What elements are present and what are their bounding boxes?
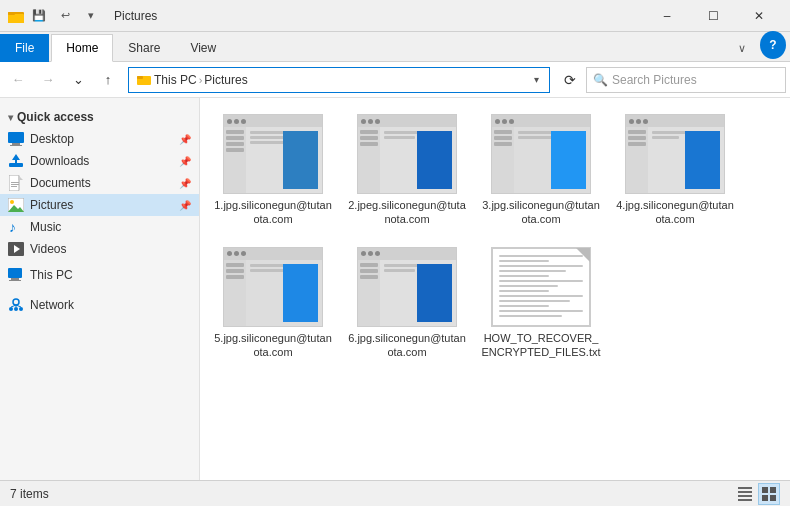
svg-rect-24 [9, 280, 21, 281]
file-thumbnail [491, 247, 591, 327]
title-bar-left: 💾 ↩ ▾ Pictures [8, 5, 644, 27]
svg-rect-2 [8, 12, 15, 15]
music-icon: ♪ [8, 219, 24, 235]
address-path[interactable]: This PC › Pictures ▾ [128, 67, 550, 93]
list-item[interactable]: 3.jpg.siliconegun@tutanota.com [476, 106, 606, 235]
file-thumbnail [357, 247, 457, 327]
list-view-button[interactable] [734, 483, 756, 505]
back-button[interactable]: ← [4, 66, 32, 94]
address-bar: ← → ⌄ ↑ This PC › Pictures ▾ ⟳ 🔍 Search … [0, 62, 790, 98]
file-area: 1.jpg.siliconegun@tutanota.com [200, 98, 790, 480]
help-button[interactable]: ? [760, 31, 786, 59]
svg-rect-39 [762, 495, 768, 501]
svg-rect-5 [8, 132, 24, 143]
sidebar-this-pc-label: This PC [30, 268, 73, 282]
tab-view[interactable]: View [175, 34, 231, 62]
list-item[interactable]: 5.jpg.siliconegun@tutanota.com [208, 239, 338, 368]
title-bar-controls: – ☐ ✕ [644, 0, 782, 32]
sidebar-desktop-label: Desktop [30, 132, 74, 146]
svg-rect-1 [8, 14, 24, 23]
path-dropdown-chevron[interactable]: ▾ [534, 74, 539, 85]
path-pictures: Pictures [204, 73, 247, 87]
tab-file[interactable]: File [0, 34, 49, 62]
large-icons-view-button[interactable] [758, 483, 780, 505]
maximize-button[interactable]: ☐ [690, 0, 736, 32]
svg-point-29 [14, 307, 18, 311]
quick-access-toolbar-dropdown[interactable]: ▾ [80, 5, 102, 27]
search-placeholder: Search Pictures [612, 73, 697, 87]
close-button[interactable]: ✕ [736, 0, 782, 32]
quick-access-label: Quick access [17, 110, 94, 124]
pin-icon-pictures: 📌 [179, 200, 191, 211]
sidebar: ▾ Quick access Desktop 📌 Downloads [0, 98, 200, 480]
pin-icon-desktop: 📌 [179, 134, 191, 145]
sidebar-item-videos[interactable]: Videos [0, 238, 199, 260]
main-area: ▾ Quick access Desktop 📌 Downloads [0, 98, 790, 480]
folder-icon [8, 8, 24, 24]
file-name: 5.jpg.siliconegun@tutanota.com [213, 331, 333, 360]
svg-rect-33 [738, 487, 752, 489]
sidebar-item-this-pc[interactable]: This PC [0, 264, 199, 286]
file-thumbnail [223, 247, 323, 327]
minimize-button[interactable]: – [644, 0, 690, 32]
svg-text:♪: ♪ [9, 219, 16, 235]
list-item[interactable]: HOW_TO_RECOVER_ENCRYPTED_FILES.txt [476, 239, 606, 368]
status-bar: 7 items [0, 480, 790, 506]
item-count: 7 items [10, 487, 49, 501]
pictures-icon [8, 197, 24, 213]
svg-point-28 [19, 307, 23, 311]
sidebar-videos-label: Videos [30, 242, 66, 256]
file-thumbnail [223, 114, 323, 194]
search-box[interactable]: 🔍 Search Pictures [586, 67, 786, 93]
path-folder-icon [137, 73, 154, 87]
sidebar-documents-label: Documents [30, 176, 91, 190]
svg-rect-14 [11, 184, 19, 185]
pin-icon-documents: 📌 [179, 178, 191, 189]
list-item[interactable]: 2.jpeg.siliconegun@tutanota.com [342, 106, 472, 235]
quick-access-toolbar-undo[interactable]: ↩ [54, 5, 76, 27]
file-thumbnail [491, 114, 591, 194]
search-icon: 🔍 [593, 73, 608, 87]
window-title: Pictures [114, 9, 157, 23]
svg-rect-8 [9, 163, 23, 167]
svg-marker-9 [12, 154, 20, 163]
desktop-icon [8, 131, 24, 147]
this-pc-icon [8, 267, 24, 283]
quick-access-toolbar-save[interactable]: 💾 [28, 5, 50, 27]
tab-share[interactable]: Share [113, 34, 175, 62]
svg-rect-6 [12, 143, 20, 145]
svg-rect-36 [738, 499, 752, 501]
file-name: 3.jpg.siliconegun@tutanota.com [481, 198, 601, 227]
svg-rect-22 [8, 268, 22, 278]
list-item[interactable]: 1.jpg.siliconegun@tutanota.com [208, 106, 338, 235]
svg-line-30 [11, 305, 16, 307]
file-thumbnail [357, 114, 457, 194]
list-item[interactable]: 6.jpg.siliconegun@tutanota.com [342, 239, 472, 368]
tab-home[interactable]: Home [51, 34, 113, 62]
sidebar-item-music[interactable]: ♪ Music [0, 216, 199, 238]
sidebar-item-downloads[interactable]: Downloads 📌 [0, 150, 199, 172]
sidebar-item-network[interactable]: Network [0, 294, 199, 316]
quick-access-header: ▾ Quick access [0, 106, 199, 128]
svg-rect-34 [738, 491, 752, 493]
svg-rect-37 [762, 487, 768, 493]
svg-line-31 [16, 305, 21, 307]
dropdown-history-button[interactable]: ⌄ [64, 66, 92, 94]
list-item[interactable]: 4.jpg.siliconegun@tutanota.com [610, 106, 740, 235]
sidebar-item-documents[interactable]: Documents 📌 [0, 172, 199, 194]
view-buttons [734, 483, 780, 505]
sidebar-item-desktop[interactable]: Desktop 📌 [0, 128, 199, 150]
videos-icon [8, 241, 24, 257]
ribbon-chevron[interactable]: ∨ [728, 36, 756, 61]
svg-rect-38 [770, 487, 776, 493]
refresh-button[interactable]: ⟳ [556, 66, 584, 94]
svg-rect-15 [11, 186, 17, 187]
file-thumbnail [625, 114, 725, 194]
network-icon [8, 297, 24, 313]
svg-rect-35 [738, 495, 752, 497]
up-button[interactable]: ↑ [94, 66, 122, 94]
file-name: HOW_TO_RECOVER_ENCRYPTED_FILES.txt [481, 331, 601, 360]
sidebar-item-pictures[interactable]: Pictures 📌 [0, 194, 199, 216]
forward-button[interactable]: → [34, 66, 62, 94]
ribbon-tabs: File Home Share View ∨ ? [0, 32, 790, 62]
